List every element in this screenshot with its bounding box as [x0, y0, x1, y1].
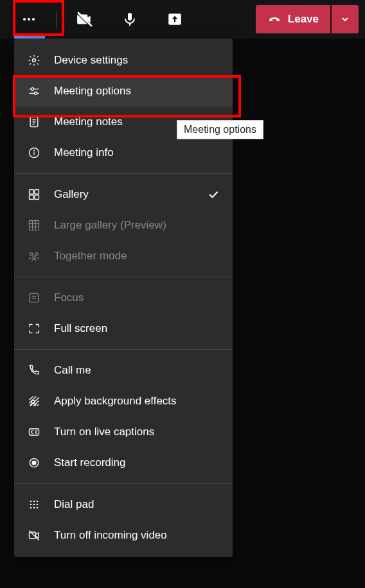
menu-meeting-options[interactable]: Meeting options [14, 76, 233, 107]
svg-point-1 [28, 18, 30, 21]
svg-point-19 [34, 150, 35, 151]
svg-point-48 [33, 504, 35, 506]
more-actions-button[interactable] [6, 4, 51, 35]
menu-label: Gallery [54, 188, 89, 201]
svg-point-52 [37, 507, 39, 509]
svg-point-8 [33, 59, 36, 62]
menu-together-mode: Together mode [14, 241, 233, 272]
menu-large-gallery: Large gallery (Preview) [14, 210, 233, 241]
svg-point-12 [34, 92, 37, 94]
svg-point-0 [23, 18, 26, 21]
menu-label: Meeting notes [54, 116, 123, 128]
svg-rect-23 [35, 195, 39, 200]
microphone-icon [122, 12, 138, 27]
svg-rect-21 [35, 190, 39, 195]
menu-label: Large gallery (Preview) [54, 219, 166, 232]
menu-label: Apply background effects [54, 395, 177, 408]
svg-point-46 [37, 501, 39, 503]
svg-rect-41 [30, 429, 39, 435]
svg-rect-24 [30, 221, 39, 230]
menu-label: Dial pad [54, 498, 94, 511]
svg-point-44 [30, 501, 32, 503]
camera-button[interactable] [62, 4, 107, 35]
svg-line-39 [37, 404, 39, 406]
menu-focus: Focus [14, 282, 233, 313]
record-icon [27, 456, 41, 470]
svg-point-31 [33, 256, 35, 259]
svg-point-43 [32, 461, 36, 465]
menu-divider [14, 173, 233, 174]
more-actions-menu: Device settings Meeting options Meeting … [14, 39, 233, 557]
share-button[interactable] [152, 4, 197, 35]
menu-label: Full screen [54, 322, 107, 335]
hangup-icon [267, 12, 281, 26]
menu-label: Device settings [54, 54, 128, 67]
notes-icon [27, 115, 41, 129]
camera-off-icon [76, 11, 93, 28]
menu-start-recording[interactable]: Start recording [14, 447, 233, 478]
people-icon [27, 249, 41, 263]
menu-label: Turn on live captions [54, 426, 154, 438]
captions-icon [27, 425, 41, 439]
svg-rect-53 [30, 532, 36, 539]
leave-options-button[interactable] [332, 5, 359, 33]
sliders-icon [27, 84, 41, 98]
menu-gallery[interactable]: Gallery [14, 179, 233, 210]
svg-point-45 [33, 501, 35, 503]
share-screen-icon [166, 11, 183, 28]
menu-label: Together mode [54, 250, 127, 263]
svg-point-50 [30, 507, 32, 509]
menu-live-captions[interactable]: Turn on live captions [14, 417, 233, 447]
leave-label: Leave [288, 13, 319, 26]
svg-point-49 [37, 504, 39, 506]
ellipsis-icon [21, 12, 37, 27]
svg-point-30 [35, 253, 38, 255]
fullscreen-icon [27, 322, 41, 336]
background-effects-icon [27, 394, 41, 408]
svg-point-29 [30, 253, 33, 255]
dialpad-icon [27, 497, 41, 512]
svg-rect-32 [30, 293, 38, 302]
microphone-button[interactable] [107, 4, 152, 35]
grid-icon [27, 187, 41, 202]
menu-dial-pad[interactable]: Dial pad [14, 489, 233, 520]
chevron-down-icon [340, 14, 350, 24]
menu-full-screen[interactable]: Full screen [14, 313, 233, 344]
menu-turn-off-incoming-video[interactable]: Turn off incoming video [14, 520, 233, 551]
gear-icon [27, 53, 41, 67]
menu-label: Turn off incoming video [54, 529, 167, 542]
menu-label: Meeting info [54, 146, 114, 159]
menu-meeting-info[interactable]: Meeting info [14, 137, 233, 168]
phone-icon [27, 363, 41, 377]
menu-divider [14, 483, 233, 484]
check-icon [207, 188, 220, 201]
menu-label: Call me [54, 364, 91, 377]
svg-point-47 [30, 504, 32, 506]
menu-label: Focus [54, 291, 84, 304]
focus-icon [27, 291, 41, 305]
menu-apply-background[interactable]: Apply background effects [14, 386, 233, 417]
meeting-toolbar: Leave [0, 0, 365, 39]
svg-point-10 [31, 88, 33, 91]
svg-rect-20 [30, 190, 34, 195]
svg-point-51 [33, 507, 35, 509]
menu-divider [14, 349, 233, 350]
menu-call-me[interactable]: Call me [14, 355, 233, 386]
large-grid-icon [27, 218, 41, 232]
menu-divider [14, 277, 233, 277]
svg-rect-22 [30, 195, 34, 200]
svg-rect-5 [128, 13, 132, 21]
menu-device-settings[interactable]: Device settings [14, 45, 233, 76]
leave-button[interactable]: Leave [256, 5, 330, 33]
video-off-icon [27, 528, 41, 542]
svg-point-2 [32, 18, 35, 21]
info-icon [27, 146, 41, 160]
menu-label: Start recording [54, 456, 126, 469]
toolbar-divider [57, 11, 57, 28]
tooltip: Meeting options [177, 120, 263, 139]
menu-label: Meeting options [54, 85, 131, 98]
